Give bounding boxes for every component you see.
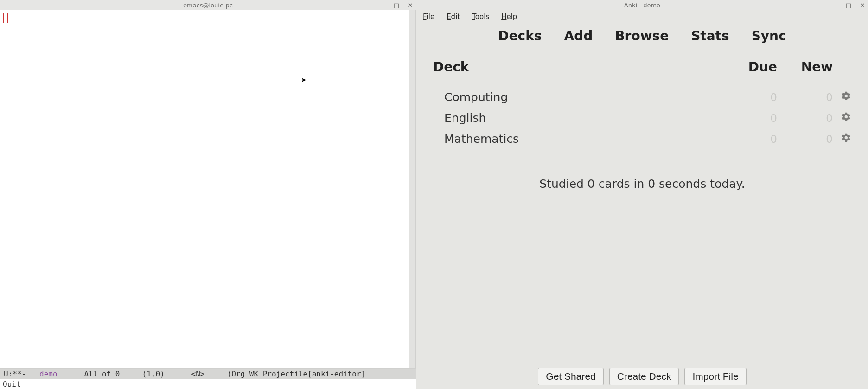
tab-decks[interactable]: Decks [498,28,542,44]
deck-new: 0 [777,112,833,124]
tab-sync[interactable]: Sync [752,28,786,44]
deck-due: 0 [721,133,777,145]
col-new: New [777,59,833,75]
close-icon[interactable]: ✕ [859,2,866,9]
col-due: Due [721,59,777,75]
close-icon[interactable]: ✕ [407,2,414,9]
deck-name[interactable]: Computing [444,90,721,104]
deck-name[interactable]: English [444,111,721,125]
emacs-buffer[interactable]: ➤ [0,10,409,368]
study-status: Studied 0 cards in 0 seconds today. [433,177,851,191]
deck-row: Mathematics 0 0 [433,128,851,149]
minibuffer-text: Quit [3,380,21,389]
emacs-window: emacs@louie-pc – □ ✕ ➤ U:**- demo All of… [0,0,416,389]
anki-main: Deck Due New Computing 0 0 English 0 0 M… [416,49,868,363]
emacs-titlebar[interactable]: emacs@louie-pc – □ ✕ [0,0,416,10]
import-file-button[interactable]: Import File [684,368,746,385]
menu-help[interactable]: Help [501,13,517,21]
deck-new: 0 [777,91,833,103]
deck-new: 0 [777,133,833,145]
menu-file[interactable]: File [423,13,434,21]
anki-titlebar[interactable]: Anki - demo – □ ✕ [416,0,868,10]
anki-footer: Get Shared Create Deck Import File [416,363,868,389]
tab-add[interactable]: Add [564,28,593,44]
anki-menubar: File Edit Tools Help [416,10,868,23]
anki-window: Anki - demo – □ ✕ File Edit Tools Help D… [416,0,868,389]
emacs-window-controls: – □ ✕ [379,0,414,10]
deck-list-header: Deck Due New [433,59,851,75]
tab-stats[interactable]: Stats [691,28,729,44]
gear-icon[interactable] [833,111,851,125]
gear-icon[interactable] [833,132,851,146]
modeline-prefix: U:**- [4,370,39,378]
menu-tools[interactable]: Tools [472,13,489,21]
maximize-icon[interactable]: □ [393,2,400,9]
maximize-icon[interactable]: □ [845,2,852,9]
emacs-body: ➤ [0,10,416,369]
mouse-pointer-icon: ➤ [301,76,306,83]
emacs-scrollbar[interactable] [409,10,415,368]
minimize-icon[interactable]: – [831,2,838,9]
emacs-minibuffer[interactable]: Quit [0,379,416,389]
minimize-icon[interactable]: – [379,2,386,9]
menu-edit[interactable]: Edit [447,13,460,21]
emacs-title: emacs@louie-pc [183,2,233,9]
gear-icon[interactable] [833,90,851,104]
emacs-cursor [3,13,8,23]
anki-toolbar: Decks Add Browse Stats Sync [416,23,868,49]
deck-due: 0 [721,91,777,103]
deck-row: Computing 0 0 [433,87,851,108]
modeline-position: All of 0 (1,0) <N> (Org WK Projectile[an… [57,370,366,378]
col-deck: Deck [433,59,721,75]
anki-window-controls: – □ ✕ [831,0,866,10]
tab-browse[interactable]: Browse [615,28,669,44]
anki-title: Anki - demo [624,2,660,9]
modeline-buffer-name: demo [39,370,57,378]
get-shared-button[interactable]: Get Shared [538,368,603,385]
create-deck-button[interactable]: Create Deck [609,368,679,385]
deck-name[interactable]: Mathematics [444,132,721,146]
deck-due: 0 [721,112,777,124]
emacs-modeline[interactable]: U:**- demo All of 0 (1,0) <N> (Org WK Pr… [0,369,416,379]
deck-row: English 0 0 [433,108,851,128]
